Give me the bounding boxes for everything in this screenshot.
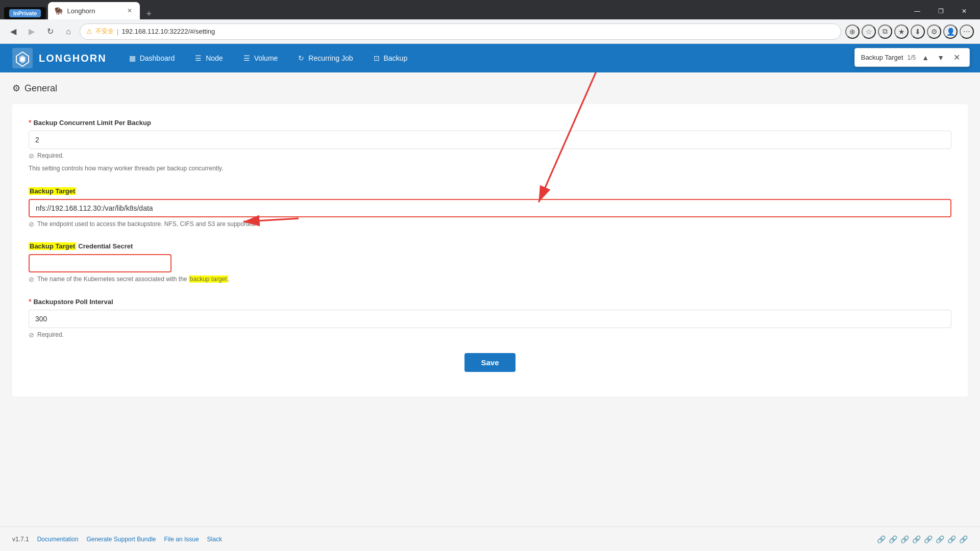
backup-concurrent-required: Required. [37, 152, 64, 159]
brand[interactable]: LONGHORN [0, 44, 119, 72]
poll-interval-field-group: * Backupstore Poll Interval ⊘ Required. [29, 297, 951, 339]
home-button[interactable]: ⌂ [61, 24, 76, 39]
nav-recurring-job[interactable]: ↻ Recurring Job [288, 44, 363, 72]
extensions-button[interactable]: ⊕ [845, 24, 860, 39]
poll-interval-label: * Backupstore Poll Interval [29, 297, 951, 306]
poll-interval-help-icon: ⊘ [29, 331, 34, 339]
save-button[interactable]: Save [464, 353, 515, 372]
backup-target-label: Backup Target [29, 187, 951, 195]
backup-target-help-icon: ⊘ [29, 220, 34, 228]
page-title: ⚙ General [12, 83, 968, 94]
volume-icon: ☰ [243, 54, 250, 62]
footer-link-icon-1: 🔗 [877, 535, 886, 543]
backup-credential-label: Backup Target Credential Secret [29, 242, 951, 250]
downloads-button[interactable]: ⬇ [911, 24, 925, 39]
backup-concurrent-input[interactable] [29, 131, 951, 149]
more-tools-button[interactable]: ⚙ [927, 24, 941, 39]
app-nav: ▦ Dashboard ☰ Node ☰ Volume ↻ Recurring … [119, 44, 418, 72]
backup-credential-help-icon: ⊘ [29, 276, 34, 283]
address-bar[interactable]: ⚠ 不安全 | 192.168.112.10:32222/#/setting [80, 23, 841, 40]
favorites-button[interactable]: ☆ [862, 24, 876, 39]
nav-node-label: Node [206, 54, 223, 62]
backup-concurrent-label: * Backup Concurrent Limit Per Backup [29, 118, 951, 127]
footer-slack-link[interactable]: Slack [207, 536, 222, 543]
nav-dashboard-label: Dashboard [140, 54, 175, 62]
svg-point-1 [20, 57, 24, 61]
app-footer: v1.7.1 Documentation Generate Support Bu… [0, 527, 980, 551]
footer-issue-link[interactable]: File an Issue [164, 536, 199, 543]
search-prev-button[interactable]: ▲ [920, 53, 931, 63]
footer-left: v1.7.1 Documentation Generate Support Bu… [12, 536, 222, 543]
split-screen-button[interactable]: ⧉ [878, 24, 892, 39]
menu-button[interactable]: ⋯ [960, 24, 974, 39]
search-next-button[interactable]: ▼ [935, 53, 946, 63]
backup-icon: ⊡ [374, 54, 380, 62]
refresh-button[interactable]: ↻ [43, 24, 57, 39]
app-version: v1.7.1 [12, 536, 29, 543]
footer-link-icon-4: 🔗 [912, 535, 921, 543]
backup-target-label-highlight2: Backup Target [29, 242, 76, 250]
maximize-button[interactable]: ❐ [929, 3, 952, 19]
address-text: 192.168.112.10:32222/#/setting [121, 28, 215, 35]
footer-link-icon-5: 🔗 [924, 535, 933, 543]
back-button[interactable]: ◀ [6, 24, 20, 39]
help-circle-icon: ⊘ [29, 152, 34, 160]
close-button[interactable]: ✕ [952, 3, 976, 19]
poll-interval-input[interactable] [29, 310, 951, 328]
browser-tab-active[interactable]: 🦬 Longhorn ✕ [48, 2, 140, 19]
backup-concurrent-field-group: * Backup Concurrent Limit Per Backup ⊘ R… [29, 118, 951, 173]
collections-button[interactable]: ★ [894, 24, 909, 39]
nav-dashboard[interactable]: ▦ Dashboard [119, 44, 185, 72]
footer-link-icon-2: 🔗 [889, 535, 897, 543]
forward-button[interactable]: ▶ [24, 24, 39, 39]
footer-docs-link[interactable]: Documentation [37, 536, 79, 543]
nav-node[interactable]: ☰ Node [185, 44, 233, 72]
profiles-button[interactable]: 👤 [943, 24, 958, 39]
search-count: 1/5 [908, 54, 916, 61]
security-label: 不安全 [95, 27, 114, 36]
search-highlight-bar: Backup Target 1/5 ▲ ▼ ✕ [854, 48, 970, 67]
recurring-job-icon: ↻ [298, 54, 304, 62]
tab-close-icon[interactable]: ✕ [126, 7, 134, 15]
footer-link-icon-3: 🔗 [900, 535, 909, 543]
nav-backup-label: Backup [384, 54, 408, 62]
tab-title: Longhorn [67, 7, 121, 15]
brand-name: LONGHORN [39, 53, 107, 64]
dashboard-icon: ▦ [129, 54, 136, 62]
poll-interval-required: Required. [37, 331, 64, 338]
footer-icons: 🔗 🔗 🔗 🔗 🔗 🔗 🔗 🔗 [877, 535, 968, 543]
address-separator: | [117, 28, 118, 35]
nav-volume-label: Volume [254, 54, 278, 62]
footer-link-icon-6: 🔗 [936, 535, 944, 543]
backup-target-help-text: The endpoint used to access the backupst… [37, 220, 256, 228]
brand-logo-icon [12, 48, 33, 68]
tab-favicon: 🦬 [54, 7, 63, 15]
new-tab-button[interactable]: + [142, 9, 156, 19]
save-button-row: Save [29, 353, 951, 382]
footer-link-icon-7: 🔗 [947, 535, 956, 543]
inprivate-badge: InPrivate [9, 9, 41, 17]
backup-target-label-highlight: Backup Target [29, 187, 76, 195]
backup-credential-input[interactable] [29, 254, 172, 272]
minimize-button[interactable]: — [905, 3, 929, 19]
nav-recurring-job-label: Recurring Job [308, 54, 353, 62]
gear-icon: ⚙ [12, 83, 20, 94]
nav-backup[interactable]: ⊡ Backup [363, 44, 418, 72]
footer-link-icon-8: 🔗 [959, 535, 968, 543]
footer-support-link[interactable]: Generate Support Bundle [86, 536, 156, 543]
backup-credential-help-text: The name of the Kubernetes secret associ… [37, 276, 230, 283]
backup-concurrent-description: This setting controls how many worker th… [29, 164, 951, 173]
node-icon: ☰ [195, 54, 202, 62]
nav-volume[interactable]: ☰ Volume [233, 44, 288, 72]
backup-target-input[interactable] [29, 199, 951, 217]
search-close-button[interactable]: ✕ [950, 52, 963, 63]
backup-target-field-group: Backup Target ⊘ The endpoint used to acc… [29, 187, 951, 228]
backup-credential-field-group: Backup Target Credential Secret ⊘ The na… [29, 242, 951, 283]
security-warning-icon: ⚠ [86, 28, 92, 35]
search-term-label: Backup Target [861, 54, 903, 61]
credential-label-suffix: Credential Secret [78, 242, 133, 250]
